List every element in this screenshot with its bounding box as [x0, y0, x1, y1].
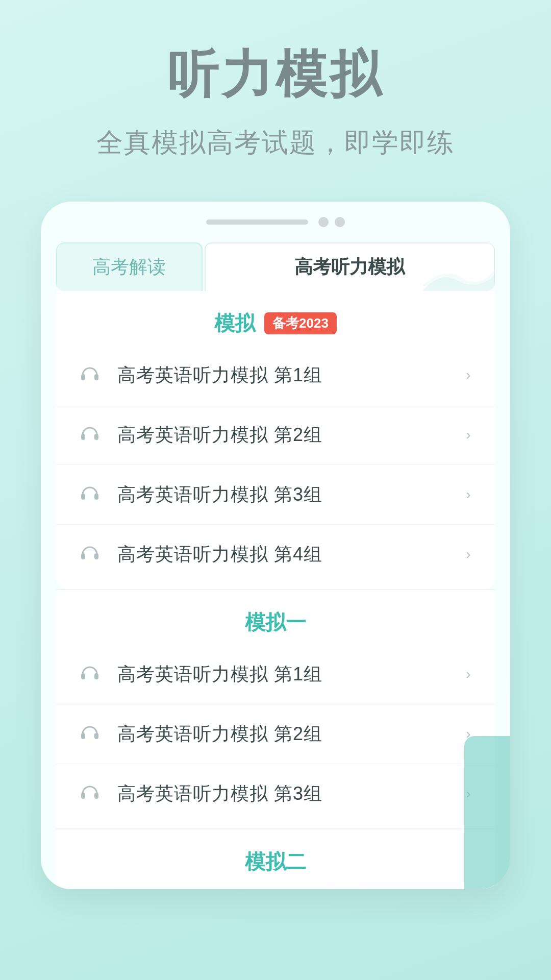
tab-gaokao-tingli[interactable]: 高考听力模拟 — [205, 242, 495, 291]
svg-rect-5 — [94, 494, 98, 500]
list-item[interactable]: 高考英语听力模拟 第1组 › — [56, 346, 495, 405]
chevron-right-icon: › — [462, 668, 474, 680]
top-bar-pill — [206, 219, 308, 225]
svg-rect-0 — [81, 374, 85, 380]
page-title: 听力模拟 — [167, 41, 384, 110]
list-item[interactable]: 高考英语听力模拟 第1组 › — [56, 645, 495, 704]
chevron-right-icon: › — [462, 429, 474, 441]
svg-rect-13 — [94, 793, 98, 799]
section-moni-container: 模拟 备考2023 高考英语听力模拟 第1组 › — [56, 291, 495, 589]
svg-rect-9 — [94, 673, 98, 679]
section-moni1-header: 模拟一 — [56, 590, 495, 645]
chevron-right-icon: › — [462, 369, 474, 381]
corner-decoration — [464, 736, 510, 889]
headphone-icon — [77, 481, 103, 508]
phone-top-bar — [41, 202, 510, 237]
list-item[interactable]: 高考英语听力模拟 第3组 › — [56, 764, 495, 823]
item-text: 高考英语听力模拟 第2组 — [117, 722, 462, 747]
top-bar-dot-1 — [318, 217, 329, 227]
section-moni2-container: 模拟二 — [56, 829, 495, 889]
svg-rect-4 — [81, 494, 85, 500]
tab-gaokao-jieda[interactable]: 高考解读 — [56, 242, 203, 291]
item-text: 高考英语听力模拟 第1组 — [117, 662, 462, 687]
headphone-icon — [77, 661, 103, 688]
tab-row: 高考解读 高考听力模拟 — [56, 242, 495, 291]
tab-wave-deco — [422, 260, 494, 291]
list-item[interactable]: 高考英语听力模拟 第2组 › — [56, 704, 495, 764]
headphone-icon — [77, 541, 103, 568]
svg-rect-8 — [81, 673, 85, 679]
section-moni-header: 模拟 备考2023 — [56, 291, 495, 346]
headphone-icon — [77, 422, 103, 448]
top-bar-dots — [318, 217, 345, 227]
section-moni-title: 模拟 — [214, 309, 255, 337]
section-moni2-header: 模拟二 — [56, 829, 495, 884]
item-text: 高考英语听力模拟 第3组 — [117, 482, 462, 507]
list-item[interactable]: 高考英语听力模拟 第3组 › — [56, 465, 495, 525]
svg-rect-10 — [81, 733, 85, 739]
badge-2023: 备考2023 — [264, 312, 337, 334]
svg-rect-6 — [81, 553, 85, 559]
headphone-icon — [77, 780, 103, 807]
phone-card: 高考解读 高考听力模拟 模拟 备考2023 高考英语听力模拟 — [41, 202, 510, 889]
chevron-right-icon: › — [462, 548, 474, 560]
section-moni1-container: 模拟一 高考英语听力模拟 第1组 › 高考英语听力模拟 第2 — [56, 590, 495, 828]
list-item[interactable]: 高考英语听力模拟 第4组 › — [56, 525, 495, 584]
section-moni2-title: 模拟二 — [245, 848, 306, 876]
svg-rect-12 — [81, 793, 85, 799]
svg-rect-3 — [94, 434, 98, 440]
item-text: 高考英语听力模拟 第1组 — [117, 363, 462, 388]
top-bar-dot-2 — [335, 217, 345, 227]
svg-rect-7 — [94, 553, 98, 559]
chevron-right-icon: › — [462, 488, 474, 501]
svg-rect-11 — [94, 733, 98, 739]
list-item[interactable]: 高考英语听力模拟 第2组 › — [56, 405, 495, 465]
headphone-icon — [77, 362, 103, 388]
page-subtitle: 全真模拟高考试题，即学即练 — [96, 125, 455, 161]
svg-rect-2 — [81, 434, 85, 440]
item-text: 高考英语听力模拟 第3组 — [117, 781, 462, 806]
section-moni1-title: 模拟一 — [245, 608, 306, 636]
svg-rect-1 — [94, 374, 98, 380]
headphone-icon — [77, 721, 103, 747]
item-text: 高考英语听力模拟 第2组 — [117, 423, 462, 448]
item-text: 高考英语听力模拟 第4组 — [117, 542, 462, 567]
